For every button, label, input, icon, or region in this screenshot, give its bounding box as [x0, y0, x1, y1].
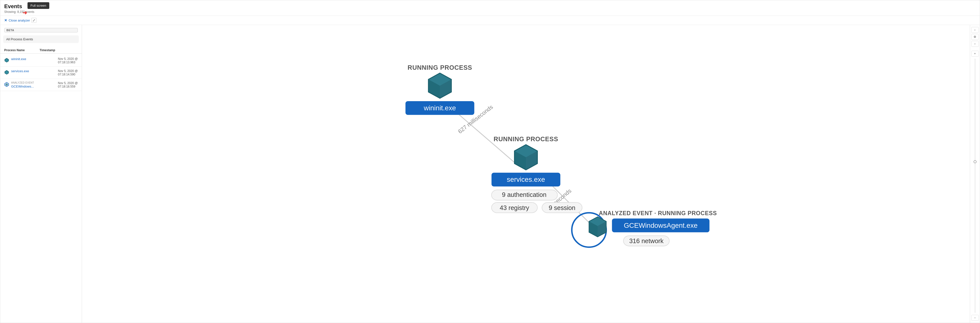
process-name-col: wininit.exe [11, 57, 56, 61]
analyzed-label: ANALYZED EVENT [11, 81, 56, 84]
expand-icon[interactable]: ⤢ [32, 18, 37, 23]
zoom-thumb[interactable] [974, 160, 977, 163]
page-title: Events [4, 3, 976, 10]
table-header: Process Name Timestamp [0, 47, 82, 54]
badge-session-text: 9 session [549, 204, 576, 211]
beta-badge: BETA [4, 28, 78, 32]
settings-button[interactable]: ⚙ [971, 34, 979, 40]
chevron-up-button[interactable]: ‹ [971, 27, 979, 33]
chevron-down-button[interactable]: › [971, 41, 979, 47]
badge-registry-text: 43 registry [500, 204, 529, 211]
node-services[interactable]: RUNNING PROCESS services.exe 9 authentic… [492, 136, 582, 213]
process-name-link-gce[interactable]: GCEWindows... [11, 85, 34, 88]
table-row[interactable]: ANALYZED EVENT GCEWindows... Nov 5, 2020… [0, 79, 82, 91]
timestamp-gce: Nov 5, 2020 @07:18:18.559 [58, 81, 78, 88]
process-name-link-wininit[interactable]: wininit.exe [11, 57, 26, 61]
header: Events Showing: 8,150 events Full screen… [0, 0, 980, 16]
page-container: Events Showing: 8,150 events Full screen… [0, 0, 980, 323]
right-controls: ‹ ⚙ › + − [970, 25, 980, 323]
close-analyzer-row: ✕ Close analyzer ⤢ [0, 16, 980, 25]
zoom-out-button[interactable]: − [971, 315, 979, 321]
badge-authentication-text: 9 authentication [502, 191, 546, 198]
process-name-col: services.exe [11, 69, 56, 73]
filter-all-process-events[interactable]: All Process Events [3, 35, 79, 43]
services-name-text: services.exe [507, 176, 545, 183]
process-icon-wininit [4, 58, 9, 63]
close-x-icon: ✕ [4, 18, 7, 22]
timestamp-services: Nov 5, 2020 @07:18:14.590 [58, 69, 78, 76]
zoom-slider[interactable] [975, 58, 975, 314]
wininit-type-label: RUNNING PROCESS [407, 64, 472, 71]
close-analyzer-button[interactable]: Close analyzer [9, 19, 30, 22]
process-icon-services [4, 70, 9, 75]
svg-marker-5 [5, 83, 8, 86]
fullscreen-tooltip: Full screen [27, 2, 49, 9]
table-row[interactable]: services.exe Nov 5, 2020 @07:18:14.590 [0, 67, 82, 79]
process-icon-gce [4, 82, 9, 87]
zoom-track [975, 59, 975, 313]
gce-name-text: GCEWindowsAgent.exe [624, 222, 698, 229]
col-timestamp: Timestamp [40, 49, 55, 52]
gce-type-label: ANALYZED EVENT · RUNNING PROCESS [599, 210, 717, 216]
timestamp-wininit: Nov 5, 2020 @07:18:13.963 [58, 57, 78, 64]
event-count: Showing: 8,150 events [4, 10, 976, 14]
col-process-name: Process Name [4, 49, 25, 52]
process-graph: 627 milliseconds 4 seconds RUNNING PROCE… [82, 25, 970, 323]
process-name-link-services[interactable]: services.exe [11, 69, 29, 73]
main-content: BETA All Process Events Process Name Tim… [0, 25, 980, 323]
arrow-indicator: ➜ [22, 10, 27, 16]
node-wininit[interactable]: RUNNING PROCESS wininit.exe [406, 64, 474, 115]
badge-network-text: 316 network [629, 238, 663, 244]
zoom-in-button[interactable]: + [971, 51, 979, 57]
services-type-label: RUNNING PROCESS [494, 136, 558, 142]
wininit-name-text: wininit.exe [423, 104, 456, 112]
table-row[interactable]: wininit.exe Nov 5, 2020 @07:18:13.963 [0, 55, 82, 67]
sidebar: BETA All Process Events Process Name Tim… [0, 25, 82, 323]
graph-area: 627 milliseconds 4 seconds RUNNING PROCE… [82, 25, 970, 323]
close-analyzer-label: Close analyzer [9, 19, 30, 22]
process-name-col: ANALYZED EVENT GCEWindows... [11, 81, 56, 88]
node-gce[interactable]: ANALYZED EVENT · RUNNING PROCESS GCEWind… [572, 210, 717, 247]
